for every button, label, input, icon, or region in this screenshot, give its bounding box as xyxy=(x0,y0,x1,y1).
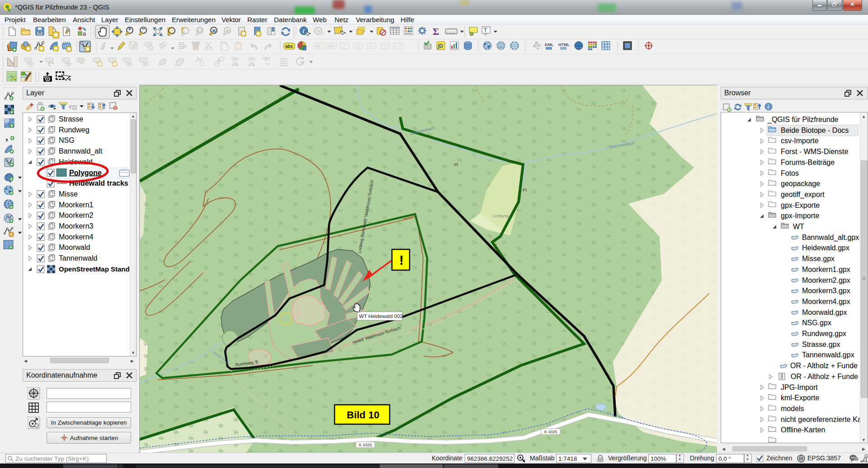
svg-text:Rundweg.gpx: Rundweg.gpx xyxy=(802,330,846,337)
svg-text:Misse.gpx: Misse.gpx xyxy=(802,255,835,262)
svg-text:kml-Exporte: kml-Exporte xyxy=(781,394,819,402)
svg-text:Heidewald.gpx: Heidewald.gpx xyxy=(802,244,849,252)
svg-text:Tannenwald: Tannenwald xyxy=(59,254,97,262)
svg-text:a: a xyxy=(83,30,86,37)
svg-text:jD: jD xyxy=(437,43,443,49)
svg-text:,: , xyxy=(5,131,8,142)
svg-text:WT: WT xyxy=(793,223,804,230)
svg-text:Forst - WMS-Dienste: Forst - WMS-Dienste xyxy=(781,148,848,155)
svg-text:Moorwald: Moorwald xyxy=(59,243,90,251)
svg-text:1:1: 1:1 xyxy=(198,29,202,32)
svg-text:Moorkern2: Moorkern2 xyxy=(59,211,94,219)
svg-text:Strasse.gpx: Strasse.gpx xyxy=(802,341,840,348)
svg-text:_QGIS für Pilzfreunde: _QGIS für Pilzfreunde xyxy=(767,116,839,124)
svg-text:Tannenwald.gpx: Tannenwald.gpx xyxy=(802,351,854,359)
svg-text:Fotos: Fotos xyxy=(781,169,799,177)
svg-text:Moorkern3.gpx: Moorkern3.gpx xyxy=(802,287,850,295)
svg-text:T: T xyxy=(484,27,487,33)
svg-text:K 4325: K 4325 xyxy=(544,430,557,434)
svg-text:Moorkern3: Moorkern3 xyxy=(59,222,94,230)
svg-text:i: i xyxy=(303,28,305,34)
svg-text:nicht georeferenzierte Karl: nicht georeferenzierte Karl xyxy=(781,416,866,423)
svg-text:OpenStreetMap Standar :: OpenStreetMap Standar : xyxy=(59,265,136,273)
svg-text:Moorkern2.gpx: Moorkern2.gpx xyxy=(802,276,850,284)
svg-text:WT Heidewald 002: WT Heidewald 002 xyxy=(359,314,403,319)
svg-text:Strasse: Strasse xyxy=(59,115,83,123)
svg-text:ε: ε xyxy=(69,103,72,110)
svg-text:HTML: HTML xyxy=(558,42,570,47)
svg-text:Bannwald_alt: Bannwald_alt xyxy=(59,147,103,155)
svg-text:gpx-Importe: gpx-Importe xyxy=(781,212,819,220)
svg-text:csv-Importe: csv-Importe xyxy=(781,137,819,145)
svg-text:Polygone: Polygone xyxy=(69,169,102,177)
svg-text:OR - Altholz + Funde 2: OR - Altholz + Funde 2 xyxy=(790,362,863,370)
svg-text:Misse: Misse xyxy=(59,190,78,198)
svg-text:Bild 10: Bild 10 xyxy=(347,409,379,421)
svg-text:NSG.gpx: NSG.gpx xyxy=(802,319,831,327)
svg-text:geopackage: geopackage xyxy=(781,180,820,187)
svg-text:Rundweg: Rundweg xyxy=(59,126,90,134)
svg-text:Moorkern4: Moorkern4 xyxy=(59,233,94,241)
svg-text:Lichtung: Lichtung xyxy=(492,213,509,218)
svg-text:Moorwald.gpx: Moorwald.gpx xyxy=(802,309,847,316)
svg-text:Moorkern4.gpx: Moorkern4.gpx xyxy=(802,298,850,305)
svg-text:!: ! xyxy=(399,253,404,267)
svg-text:Beide Biotope - Docs: Beide Biotope - Docs xyxy=(781,126,849,134)
svg-text:JPG-Import: JPG-Import xyxy=(781,384,818,391)
svg-text:Forums-Beiträge: Forums-Beiträge xyxy=(781,159,835,166)
svg-text:K 4325: K 4325 xyxy=(359,443,372,447)
svg-text:gpx-Exporte: gpx-Exporte xyxy=(781,201,820,209)
svg-text:abc: abc xyxy=(285,44,293,49)
svg-text:abc: abc xyxy=(328,44,335,48)
svg-text:geotiff_export: geotiff_export xyxy=(781,191,825,199)
svg-text:OR - Altholz + Funde 2: OR - Altholz + Funde 2 xyxy=(791,373,864,380)
svg-text:NSG: NSG xyxy=(59,136,75,144)
svg-text:Σ: Σ xyxy=(433,26,439,37)
svg-text:Moorkern1.gpx: Moorkern1.gpx xyxy=(802,266,850,273)
svg-text:models: models xyxy=(781,405,804,412)
svg-text:Moorkern1: Moorkern1 xyxy=(59,201,94,209)
svg-text:Bannwald_alt.gpx: Bannwald_alt.gpx xyxy=(802,234,859,242)
svg-text:KML: KML xyxy=(545,42,554,47)
svg-text:ab: ab xyxy=(316,44,320,48)
svg-text:Offline-Karten: Offline-Karten xyxy=(781,426,825,434)
